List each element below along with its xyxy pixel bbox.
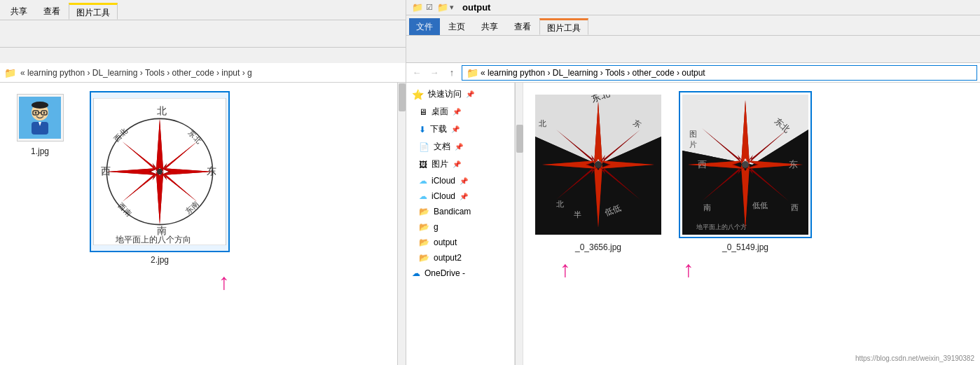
sidebar-item-icloud1[interactable]: ☁ iCloud 📌 bbox=[406, 173, 514, 188]
tab-share-left[interactable]: 共享 bbox=[3, 3, 35, 20]
list-item[interactable]: 东北 东 西 图 片 低低 南 西 地平面上的八个方 bbox=[679, 91, 812, 252]
sidebar-item-label: iCloud bbox=[432, 191, 455, 201]
svg-text:图: 图 bbox=[689, 130, 697, 138]
checkmark-icon: ☑ bbox=[426, 3, 433, 12]
sidebar-item-label: 快速访问 bbox=[428, 88, 462, 100]
sidebar: ⭐ 快速访问 📌 🖥 桌面 📌 ⬇ 下载 📌 📄 文档 📌 🖼 图 bbox=[406, 83, 515, 365]
pin-icon-2: 📌 bbox=[453, 108, 461, 116]
right-thumb-1: 东北 东 北 低低 北 半 bbox=[535, 95, 661, 235]
svg-point-7 bbox=[32, 102, 48, 109]
bc-left-text: « learning python › DL_learning › Tools … bbox=[20, 68, 252, 78]
folder-bandicam-icon: 📂 bbox=[419, 207, 429, 216]
tab-view-right[interactable]: 查看 bbox=[506, 18, 539, 35]
right-thumb-wrap-1[interactable]: 东北 东 北 低低 北 半 bbox=[532, 91, 665, 238]
pin-icon-6: 📌 bbox=[460, 177, 468, 185]
sidebar-item-g[interactable]: 📂 g bbox=[406, 219, 514, 235]
svg-text:西: 西 bbox=[698, 159, 707, 170]
left-pink-arrow: ↑ bbox=[219, 270, 230, 293]
sidebar-item-output2[interactable]: 📂 output2 bbox=[406, 250, 514, 266]
list-item[interactable]: 1.jpg bbox=[8, 91, 71, 156]
right-file-label-1: _0_3656.jpg bbox=[575, 242, 621, 252]
sidebar-item-label: output2 bbox=[434, 253, 462, 263]
left-arrow-area: ↑ bbox=[8, 270, 389, 293]
right-pink-arrow-2: ↑ bbox=[683, 256, 694, 282]
tab-view-left[interactable]: 查看 bbox=[36, 3, 68, 20]
svg-text:地平面上的八个方向: 地平面上的八个方向 bbox=[115, 235, 191, 244]
breadcrumb-left: 📁 « learning python › DL_learning › Tool… bbox=[0, 63, 406, 83]
svg-text:北: 北 bbox=[556, 200, 564, 208]
right-window-title: output bbox=[462, 2, 490, 13]
docs-icon: 📄 bbox=[419, 142, 429, 152]
pictures-icon: 🖼 bbox=[419, 160, 427, 170]
watermark: https://blog.csdn.net/weixin_39190382 bbox=[855, 354, 974, 362]
sidebar-item-label: Bandicam bbox=[434, 207, 471, 216]
svg-text:西: 西 bbox=[101, 166, 111, 177]
svg-point-27 bbox=[157, 169, 163, 174]
right-file-grid: 东北 东 北 低低 北 半 _0_3656.jpg bbox=[532, 91, 972, 252]
sidebar-item-label: output bbox=[434, 237, 457, 247]
sidebar-item-quick-access[interactable]: ⭐ 快速访问 📌 bbox=[406, 85, 514, 103]
tab-home-right[interactable]: 主页 bbox=[441, 18, 473, 35]
tab-file-right[interactable]: 文件 bbox=[409, 18, 440, 35]
nav-back[interactable]: ← bbox=[409, 65, 425, 81]
onedrive-icon: ☁ bbox=[412, 268, 420, 278]
svg-text:低低: 低低 bbox=[752, 201, 768, 209]
file-label-1jpg: 1.jpg bbox=[31, 146, 49, 156]
compass-image: 北 南 东 西 东北 西北 东南 西南 地平面上的八个方向 bbox=[93, 98, 226, 245]
sidebar-item-pictures[interactable]: 🖼 图片 📌 bbox=[406, 156, 514, 173]
folder-icon-right-top: 📁 bbox=[412, 2, 423, 13]
file-icon-1jpg[interactable] bbox=[14, 91, 67, 144]
sidebar-item-label: 文档 bbox=[434, 141, 450, 153]
sidebar-item-icloud2[interactable]: ☁ iCloud 📌 bbox=[406, 188, 514, 204]
sidebar-item-label: 图片 bbox=[432, 158, 448, 170]
tab-share-right[interactable]: 共享 bbox=[474, 18, 506, 35]
right-file-label-2: _0_5149.jpg bbox=[722, 242, 768, 252]
svg-text:北: 北 bbox=[539, 119, 546, 128]
sidebar-item-label: iCloud bbox=[432, 176, 455, 186]
folder-output2-icon: 📂 bbox=[419, 253, 429, 263]
svg-text:南: 南 bbox=[703, 203, 711, 212]
sidebar-item-bandicam[interactable]: 📂 Bandicam bbox=[406, 204, 514, 219]
tab-picture-tools-right[interactable]: 图片工具 bbox=[539, 18, 588, 35]
svg-text:北: 北 bbox=[157, 106, 167, 116]
list-item[interactable]: 东北 东 北 低低 北 半 _0_3656.jpg bbox=[532, 91, 665, 252]
bc-left-folder: 📁 bbox=[4, 67, 16, 78]
left-file-grid: 1.jpg bbox=[8, 91, 389, 265]
breadcrumb-right[interactable]: 📁 « learning python › DL_learning › Tool… bbox=[462, 65, 977, 81]
pin-icon: 📌 bbox=[466, 90, 474, 98]
left-scrollbar[interactable] bbox=[397, 83, 406, 365]
thumb-1jpg bbox=[17, 94, 64, 142]
sidebar-item-label: g bbox=[434, 222, 439, 232]
svg-text:片: 片 bbox=[689, 140, 697, 149]
tab-picture-tools-left[interactable]: 图片工具 bbox=[69, 3, 118, 20]
sidebar-item-desktop[interactable]: 🖥 桌面 📌 bbox=[406, 103, 514, 120]
folder-icon2-right-top: 📁 bbox=[437, 2, 448, 13]
nav-forward[interactable]: → bbox=[427, 65, 442, 81]
bc-right-folder: 📁 bbox=[467, 67, 478, 78]
nav-up[interactable]: ↑ bbox=[444, 65, 460, 81]
right-file-area: 东北 东 北 低低 北 半 _0_3656.jpg bbox=[523, 83, 980, 365]
right-thumb-2: 东北 东 西 图 片 低低 南 西 地平面上的八个方 bbox=[682, 95, 808, 235]
right-pane: ⭐ 快速访问 📌 🖥 桌面 📌 ⬇ 下载 📌 📄 文档 📌 🖼 图 bbox=[406, 83, 980, 365]
right-thumb-wrap-2[interactable]: 东北 东 西 图 片 低低 南 西 地平面上的八个方 bbox=[679, 91, 812, 238]
pin-icon-4: 📌 bbox=[455, 143, 463, 151]
star-icon: ⭐ bbox=[412, 89, 424, 100]
compass-dark-image-2: 东北 东 西 图 片 低低 南 西 地平面上的八个方 bbox=[682, 95, 808, 235]
compass-dark-image-1: 东北 东 北 低低 北 半 bbox=[535, 95, 661, 235]
dropdown-arrow-top: ▾ bbox=[450, 3, 454, 12]
svg-text:地平面上的八个方: 地平面上的八个方 bbox=[696, 223, 747, 230]
pin-icon-5: 📌 bbox=[453, 160, 461, 168]
list-item[interactable]: 北 南 东 西 东北 西北 东南 西南 地平面上的八个方向 bbox=[83, 91, 237, 265]
sidebar-item-output[interactable]: 📂 output bbox=[406, 235, 514, 250]
pin-icon-7: 📌 bbox=[460, 193, 468, 200]
sidebar-scrollbar[interactable] bbox=[515, 83, 523, 365]
svg-text:西: 西 bbox=[791, 203, 799, 212]
pin-icon-3: 📌 bbox=[451, 125, 460, 133]
sidebar-item-docs[interactable]: 📄 文档 📌 bbox=[406, 138, 514, 156]
desktop-icon: 🖥 bbox=[419, 107, 427, 117]
sidebar-item-onedrive[interactable]: ☁ OneDrive - bbox=[406, 266, 514, 281]
large-preview-2jpg[interactable]: 北 南 东 西 东北 西北 东南 西南 地平面上的八个方向 bbox=[90, 91, 230, 252]
sidebar-item-download[interactable]: ⬇ 下载 📌 bbox=[406, 120, 514, 138]
icloud-icon1: ☁ bbox=[419, 176, 427, 186]
sidebar-item-label: OneDrive - bbox=[425, 268, 465, 278]
